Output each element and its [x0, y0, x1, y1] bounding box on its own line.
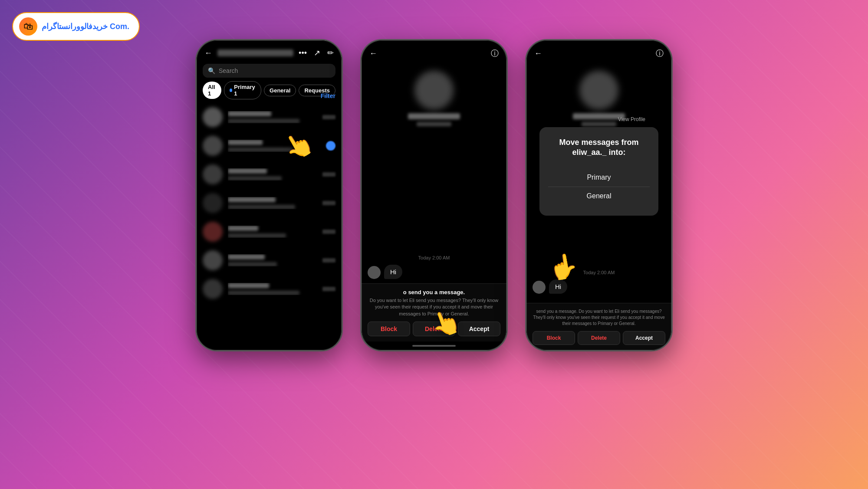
block-button-3[interactable]: Block	[533, 331, 575, 345]
chat-messages: Today 2:00 AM Hi	[362, 177, 506, 283]
request-title: o send you a message.	[368, 289, 500, 295]
block-button[interactable]: Block	[368, 322, 410, 336]
primary-dot	[230, 89, 233, 92]
request-desc: Do you want to let Eli send you messages…	[368, 297, 500, 317]
accept-button[interactable]: Accept	[458, 322, 500, 336]
chat-name-blur	[408, 113, 460, 119]
watermark-badge: 🛍 .Com خریدفالوورانستاگرام	[12, 12, 140, 41]
move-dialog: Move messages from eliw_aa._ into: Prima…	[539, 127, 658, 216]
watermark-icon: 🛍	[19, 17, 37, 36]
more-icon[interactable]: •••	[299, 49, 307, 58]
phone3-content: ← ⓘ View Profile Move messages from eliw…	[526, 40, 671, 350]
tab-all[interactable]: All 1	[203, 82, 221, 99]
list-item[interactable]	[197, 217, 342, 246]
chat-header-3: ← ⓘ	[526, 40, 671, 62]
chat-request-box: o send you a message. Do you want to let…	[362, 283, 506, 341]
search-placeholder: Search	[219, 67, 238, 74]
accept-button-3[interactable]: Accept	[623, 331, 665, 345]
tab-general[interactable]: General	[264, 85, 296, 96]
list-item[interactable]	[197, 189, 342, 217]
phone-2: ← ⓘ Today 2:00 AM Hi o send you a messag…	[360, 39, 508, 351]
home-bar	[412, 345, 456, 347]
chat-bubble-3: Hi	[549, 279, 567, 294]
chat-bubble-row: Hi	[368, 265, 500, 279]
chat-name-blur-3	[573, 113, 625, 119]
compose-icon[interactable]: ✏	[327, 48, 334, 58]
tabs-row: All 1 Primary 1 General Requests	[197, 81, 342, 103]
tab-primary[interactable]: Primary 1	[224, 81, 261, 99]
chat-bubble: Hi	[384, 265, 402, 279]
chat-bubble-avatar	[368, 266, 381, 279]
chat-profile-area	[362, 62, 506, 177]
phones-container: ← ••• ↗ ✏ 🔍 Search Filter All 1	[195, 39, 673, 351]
chat-time-3: Today 2:00 AM	[533, 270, 665, 275]
message-list	[197, 103, 342, 350]
filter-button[interactable]: Filter	[321, 92, 335, 99]
view-profile-label[interactable]: View Profile	[618, 116, 645, 122]
move-option-general[interactable]: General	[548, 187, 650, 205]
search-icon: 🔍	[208, 67, 215, 74]
chat-time: Today 2:00 AM	[368, 255, 500, 260]
request-desc-3: send you a message. Do you want to let E…	[533, 308, 665, 327]
blurred-title	[217, 49, 293, 56]
list-item[interactable]	[197, 160, 342, 189]
chat-bubble-avatar-3	[533, 281, 546, 294]
chat-messages-3: Today 2:00 AM Hi	[533, 270, 665, 298]
chat-header: ← ⓘ	[362, 40, 506, 62]
home-indicator	[362, 341, 506, 350]
chat-avatar	[414, 71, 454, 110]
chat-avatar-3	[579, 71, 618, 110]
list-item[interactable]	[197, 103, 342, 131]
chat-sub-blur	[417, 122, 451, 126]
phone-1: ← ••• ↗ ✏ 🔍 Search Filter All 1	[195, 39, 343, 351]
back-icon-3[interactable]: ←	[534, 49, 542, 58]
phone1-header: ← ••• ↗ ✏	[197, 40, 342, 62]
list-item[interactable]	[197, 246, 342, 275]
list-item[interactable]	[197, 131, 342, 160]
delete-button[interactable]: Delete	[413, 322, 455, 336]
trending-icon[interactable]: ↗	[314, 48, 320, 58]
search-bar[interactable]: 🔍 Search	[203, 64, 335, 78]
info-icon-2[interactable]: ⓘ	[491, 48, 499, 59]
list-item[interactable]	[197, 275, 342, 303]
request-actions-3: Block Delete Accept	[533, 331, 665, 345]
delete-button-3[interactable]: Delete	[578, 331, 620, 345]
watermark-text: .Com خریدفالوورانستاگرام	[42, 22, 129, 31]
back-icon-2[interactable]: ←	[369, 49, 377, 58]
chat-sub-blur-3	[582, 122, 616, 126]
info-icon-3[interactable]: ⓘ	[656, 48, 664, 59]
header-icons: ••• ↗ ✏	[299, 48, 334, 58]
phone1-content: ← ••• ↗ ✏ 🔍 Search Filter All 1	[197, 40, 342, 350]
phone-3: ← ⓘ View Profile Move messages from eliw…	[525, 39, 673, 351]
move-dialog-title: Move messages from eliw_aa._ into:	[548, 138, 650, 158]
request-actions: Block Delete Accept	[368, 322, 500, 336]
back-icon[interactable]: ←	[204, 49, 212, 58]
move-option-primary[interactable]: Primary	[548, 168, 650, 187]
chat-request-box-3: send you a message. Do you want to let E…	[526, 303, 671, 350]
phone2-content: ← ⓘ Today 2:00 AM Hi o send you a messag…	[362, 40, 506, 350]
chat-bubble-row-3: Hi	[533, 279, 665, 294]
